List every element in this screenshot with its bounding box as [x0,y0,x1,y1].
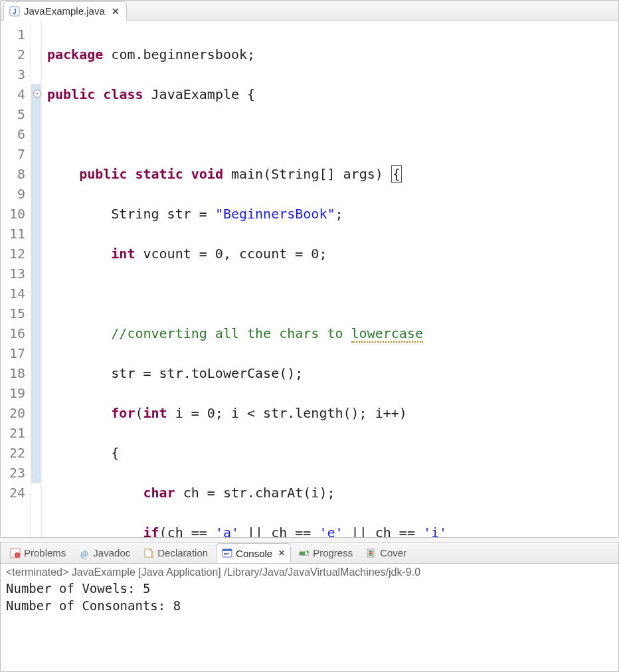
line-number: 3 [1,64,31,84]
line-number: 11 [1,224,31,244]
console-line: Number of Vowels: 5 [6,580,613,597]
line-number: 12 [1,244,31,264]
svg-rect-15 [369,552,373,554]
tab-label: Cover [380,547,406,558]
line-number: 21 [1,423,31,443]
svg-rect-12 [300,552,305,555]
line-number: 5 [1,104,31,124]
tab-progress[interactable]: Progress [294,545,358,560]
line-number: 8 [1,164,31,184]
line-number: 23 [1,463,31,483]
svg-rect-14 [369,550,373,552]
editor-panel: J JavaExample.java ✕ 1 2 3 4 5 6 7 8 9 1… [0,0,619,538]
coverage-icon [366,548,377,558]
annotation-ruler: − [31,21,42,537]
tab-console[interactable]: Console ✕ [216,543,291,563]
views-tab-bar: ! Problems @ Javadoc Declaration Console… [1,543,618,564]
line-number: 14 [1,284,31,303]
console-line: Number of Consonants: 8 [6,597,613,614]
javadoc-icon: @ [79,548,90,558]
code-content[interactable]: package com.beginnersbook; public class … [42,21,618,537]
code-editor[interactable]: 1 2 3 4 5 6 7 8 9 10 11 12 13 14 15 16 1… [1,21,618,537]
line-number: 10 [1,204,31,224]
editor-tab-label: JavaExample.java [24,5,105,17]
svg-text:J: J [13,8,17,15]
tab-label: Javadoc [93,547,130,558]
line-number: 6 [1,124,31,144]
declaration-icon [143,548,154,558]
svg-rect-8 [222,549,232,551]
line-number: 17 [1,343,31,363]
line-number: 2 [1,44,31,64]
editor-tab-bar: J JavaExample.java ✕ [1,1,618,21]
editor-tab[interactable]: J JavaExample.java ✕ [3,1,127,21]
svg-text:!: ! [17,553,18,558]
line-number: 19 [1,383,31,403]
tab-label: Progress [313,547,353,558]
line-number: 9 [1,184,31,204]
bottom-panel: ! Problems @ Javadoc Declaration Console… [0,542,619,672]
svg-text:@: @ [80,548,88,558]
svg-rect-16 [369,554,373,556]
tab-declaration[interactable]: Declaration [138,545,213,560]
console-icon [222,548,232,558]
line-number: 20 [1,403,31,423]
tab-label: Declaration [157,547,208,558]
line-number: 24 [1,483,31,503]
svg-rect-10 [224,554,227,555]
console-output[interactable]: <terminated> JavaExample [Java Applicati… [1,564,618,617]
line-number: 1 [1,25,31,44]
tab-problems[interactable]: ! Problems [5,545,71,560]
line-number: 7 [1,144,31,164]
progress-icon [299,548,310,558]
line-number: 15 [1,303,31,323]
tab-javadoc[interactable]: @ Javadoc [74,545,135,560]
fold-toggle-icon[interactable]: − [33,90,41,98]
close-icon[interactable]: ✕ [112,6,120,17]
tab-label: Console [236,548,272,559]
line-number: 22 [1,443,31,463]
tab-label: Problems [24,547,66,558]
line-number: 16 [1,323,31,343]
svg-rect-9 [224,553,229,554]
java-file-icon: J [9,6,20,17]
line-number: 4 [1,84,31,104]
svg-rect-6 [145,549,151,557]
line-number: 13 [1,264,31,284]
line-number: 18 [1,363,31,383]
problems-icon: ! [10,548,21,558]
console-status: <terminated> JavaExample [Java Applicati… [6,566,613,578]
close-icon[interactable]: ✕ [278,548,285,558]
line-number-gutter: 1 2 3 4 5 6 7 8 9 10 11 12 13 14 15 16 1… [1,21,31,537]
tab-coverage[interactable]: Cover [361,545,412,560]
